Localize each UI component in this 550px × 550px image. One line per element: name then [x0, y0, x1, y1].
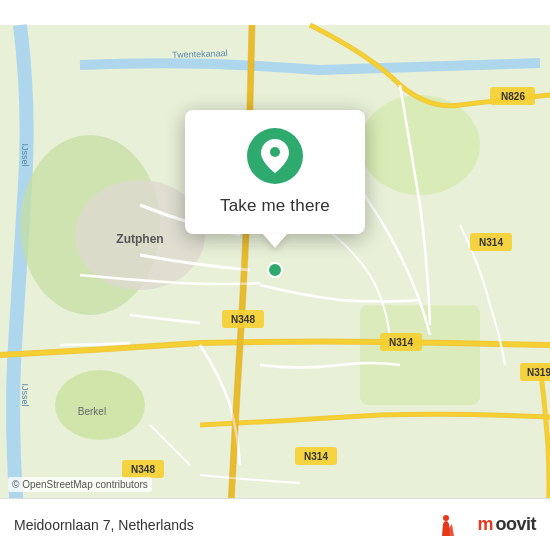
svg-text:N314: N314: [389, 337, 413, 348]
popup-card: Take me there: [185, 110, 365, 234]
map-container: N826 N348 N348 N348 N314 N314 N314 N319 …: [0, 0, 550, 550]
moovit-m: m: [477, 514, 492, 535]
svg-point-28: [270, 147, 280, 157]
svg-point-4: [55, 370, 145, 440]
svg-point-2: [360, 95, 480, 195]
svg-text:IJssel: IJssel: [20, 143, 30, 166]
address-label: Meidoornlaan 7, Netherlands: [14, 517, 194, 533]
map-svg: N826 N348 N348 N348 N314 N314 N314 N319 …: [0, 0, 550, 550]
svg-text:N314: N314: [479, 237, 503, 248]
location-pin-icon: [261, 139, 289, 173]
svg-text:N314: N314: [304, 451, 328, 462]
svg-text:Twentekanaal: Twentekanaal: [172, 48, 228, 60]
pin-circle: [247, 128, 303, 184]
svg-point-27: [268, 263, 282, 277]
take-me-there-button[interactable]: Take me there: [220, 194, 330, 218]
svg-text:IJssel: IJssel: [20, 383, 30, 406]
svg-text:N348: N348: [231, 314, 255, 325]
moovit-logo: moovit: [442, 514, 536, 536]
moovit-text: oovit: [496, 514, 537, 535]
svg-rect-3: [360, 305, 480, 405]
svg-point-29: [443, 515, 449, 521]
moovit-logo-icon: [442, 514, 474, 536]
svg-text:Berkel: Berkel: [78, 406, 106, 417]
bottom-bar: Meidoornlaan 7, Netherlands moovit: [0, 498, 550, 550]
svg-text:N826: N826: [501, 91, 525, 102]
svg-text:Zutphen: Zutphen: [116, 232, 163, 246]
svg-text:N319: N319: [527, 367, 550, 378]
svg-text:N348: N348: [131, 464, 155, 475]
map-attribution: © OpenStreetMap contributors: [8, 477, 152, 492]
